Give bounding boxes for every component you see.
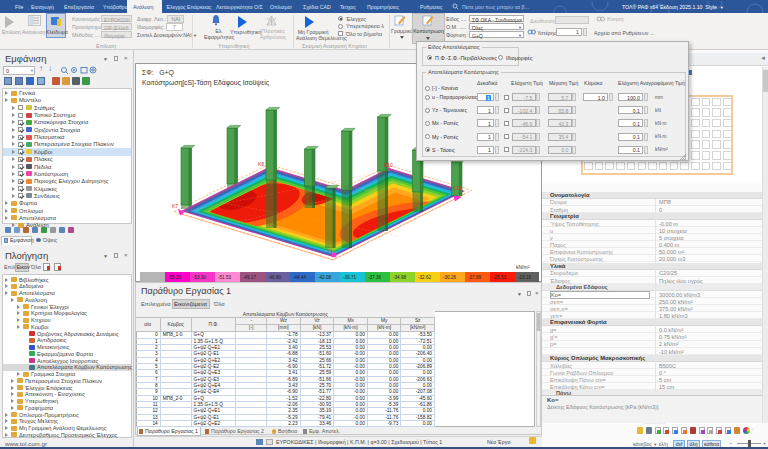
svg-text:-51.53: -51.53 [218,275,231,280]
svg-text:-46.80: -46.80 [268,275,281,280]
svg-text:-34.98: -34.98 [393,275,406,280]
svg-text:-27.89: -27.89 [468,275,481,280]
svg-text:K4: K4 [343,184,349,190]
svg-text:-39.71: -39.71 [343,275,356,280]
svg-text:-53.90: -53.90 [193,275,206,280]
svg-text:-49.17: -49.17 [243,275,256,280]
svg-text:ΜΠ8: ΜΠ8 [350,205,362,211]
svg-text:-44.44: -44.44 [293,275,306,280]
svg-text:K11: K11 [453,185,462,191]
svg-text:X1: X1 [327,248,333,254]
svg-text:-23.16: -23.16 [518,275,531,280]
svg-text:K7: K7 [172,203,178,209]
svg-text:-30.26: -30.26 [443,275,456,280]
svg-text:K10: K10 [384,162,393,168]
svg-text:K9: K9 [416,205,422,211]
svg-text:-42.08: -42.08 [318,275,331,280]
svg-text:-55.26: -55.26 [168,275,181,280]
svg-text:-25.53: -25.53 [493,275,506,280]
svg-text:K3: K3 [307,201,313,207]
svg-text:-32.62: -32.62 [418,275,431,280]
svg-text:K8: K8 [258,161,264,167]
svg-text:kN/m²: kN/m² [516,264,530,270]
svg-text:-37.36: -37.36 [368,275,381,280]
